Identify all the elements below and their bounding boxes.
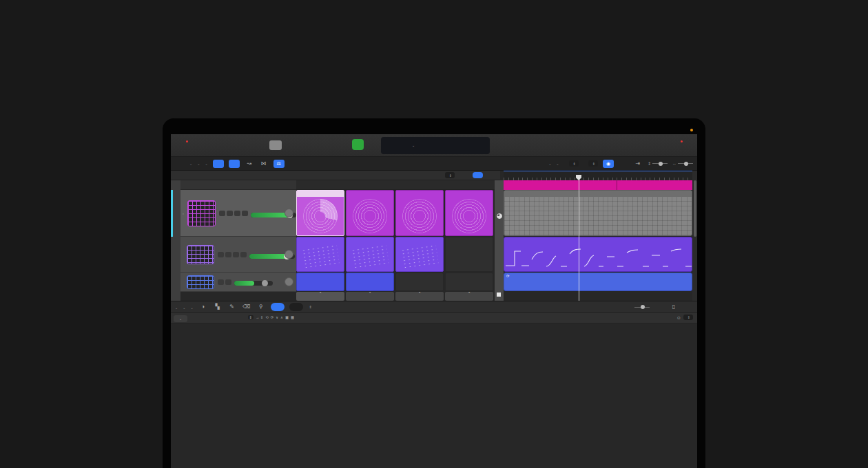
arrows-button[interactable] <box>473 172 483 178</box>
seq-menu-funciones[interactable]: ⌄ <box>183 305 185 310</box>
loop-cell-trap-beat-2[interactable] <box>346 190 394 236</box>
solo-button[interactable] <box>225 252 231 257</box>
record-button[interactable] <box>367 140 378 150</box>
secondary-tool-menu[interactable]: ⌄ <box>556 161 559 166</box>
loop-cell-bass-c3[interactable] <box>395 237 444 272</box>
list-editors-icon[interactable] <box>649 141 659 149</box>
mode-stepper[interactable]: ⇕ <box>309 305 312 309</box>
record-enable-button[interactable] <box>233 252 239 257</box>
loop-cell-bass-c2[interactable] <box>346 237 394 272</box>
loop-length-icon[interactable]: ⊙ <box>677 315 681 320</box>
kit-view-icon[interactable]: ▚ <box>213 303 223 311</box>
rate-select[interactable]: ⇕ <box>248 315 254 319</box>
empty-loop-cell[interactable] <box>395 273 444 291</box>
track-header-computations-topper[interactable] <box>180 273 296 292</box>
stop-button[interactable] <box>338 140 349 150</box>
seq-menu-visualizacion[interactable]: ⌄ <box>190 305 193 310</box>
scene-trigger-hook[interactable]: ⌃ <box>395 292 444 301</box>
link-icon[interactable]: ⚲ <box>256 303 266 311</box>
cycle-pie-icon[interactable] <box>497 213 502 219</box>
volume-meter[interactable] <box>234 281 273 286</box>
midi-in-button[interactable]: ◉ <box>603 160 614 168</box>
display-record-icon[interactable] <box>178 141 187 149</box>
arrange-scrollbar[interactable] <box>692 171 697 301</box>
fill-icon[interactable]: ▣ <box>285 315 289 319</box>
pointer-tool-menu[interactable]: ⌄ <box>548 161 551 166</box>
help-icon[interactable] <box>205 141 215 149</box>
metronome-button[interactable] <box>543 141 552 149</box>
pan-knob[interactable] <box>285 250 293 259</box>
cell-view-icon[interactable] <box>364 171 374 180</box>
narrow-view-icon[interactable]: ▯ <box>669 303 679 311</box>
menu-edicion[interactable]: ⌄ <box>189 161 192 166</box>
seq-menu-edicion[interactable]: ⌄ <box>175 305 178 310</box>
stop-all-icon[interactable] <box>497 292 501 297</box>
loop-cell-topper-2[interactable] <box>346 273 394 291</box>
brightness-icon[interactable] <box>241 140 254 150</box>
nudge-icon[interactable] <box>255 140 267 150</box>
chord-track-header[interactable] <box>171 180 296 190</box>
scene-trigger-breakdown[interactable]: ⌃ <box>445 292 493 301</box>
catch-playhead-button[interactable]: ⇥ <box>633 160 643 168</box>
grid-view-button[interactable] <box>213 160 224 168</box>
loop-cell-trap-beat-3[interactable] <box>395 190 444 236</box>
lcd-display[interactable]: ⌄ <box>381 137 490 154</box>
performance-button[interactable]: ⚖ <box>273 160 285 168</box>
ajuste-select[interactable]: ⇕ <box>569 160 579 167</box>
edit-mode-velocity[interactable] <box>289 303 303 311</box>
menu-funciones[interactable]: ⌄ <box>197 161 200 166</box>
arrastre-select[interactable]: ⇕ <box>588 160 598 167</box>
decrement-icon[interactable]: ∨ <box>276 315 278 319</box>
pan-knob[interactable] <box>285 209 293 217</box>
capture-icon[interactable] <box>192 141 201 149</box>
add-row-button[interactable]: ⌄ <box>174 315 187 322</box>
region-computations-topper[interactable]: ⟳ <box>504 273 692 291</box>
loop-cell-trap-beat-4[interactable] <box>445 190 493 236</box>
vertical-zoom-slider[interactable]: ⇕ <box>648 161 668 166</box>
clear-icon[interactable]: ▦ <box>291 315 294 319</box>
region-trap-beat[interactable] <box>504 190 692 236</box>
record-enable-button[interactable] <box>234 211 240 216</box>
playmode-select[interactable]: → ⇕ <box>256 315 263 319</box>
automation-icon[interactable]: ↝ <box>245 160 254 168</box>
h-arrows-icon[interactable] <box>654 303 664 311</box>
eye-icon[interactable] <box>487 171 497 180</box>
eraser-mode-icon[interactable]: ⌫ <box>242 303 251 311</box>
mute-button[interactable] <box>218 279 224 285</box>
back-icon[interactable] <box>175 160 185 168</box>
scrollbar-thumb[interactable] <box>694 180 696 237</box>
grid-arrange-divider[interactable] <box>495 180 504 301</box>
tracks-view-button[interactable] <box>229 160 240 168</box>
wide-view-icon[interactable] <box>683 303 693 311</box>
solo-button[interactable] <box>227 211 233 216</box>
loop-region-icon[interactable]: ⋈ <box>259 160 269 168</box>
pencil-mode-icon[interactable]: ✎ <box>227 303 237 311</box>
horizontal-zoom-slider[interactable]: ⇔ <box>672 162 693 166</box>
rewind-button[interactable] <box>311 140 321 150</box>
empty-loop-cell[interactable] <box>445 273 493 291</box>
scene-trigger-verse[interactable]: ⌃ <box>346 292 394 301</box>
duplicate-icon[interactable] <box>188 171 198 180</box>
play-button[interactable] <box>352 139 364 150</box>
menu-visualizacion[interactable]: ⌄ <box>205 161 207 166</box>
quantize-select[interactable]: ⇕ <box>445 172 455 178</box>
loop-cell-topper-1[interactable] <box>296 273 344 291</box>
text-tool-button[interactable] <box>619 160 628 168</box>
seq-zoom-slider[interactable] <box>634 307 650 308</box>
loop-cell-bass-c1[interactable] <box>296 237 344 272</box>
pan-knob[interactable] <box>285 277 293 286</box>
library-icon[interactable] <box>661 141 670 149</box>
forward-button[interactable] <box>324 140 335 150</box>
box-icon[interactable] <box>505 141 515 149</box>
bar-ruler[interactable] <box>504 171 692 180</box>
add-track-icon[interactable] <box>174 171 184 180</box>
inspector-icon[interactable] <box>219 141 229 149</box>
rotate-right-icon[interactable]: ⟳ <box>271 315 273 319</box>
cell-grid-icon[interactable] <box>378 171 388 180</box>
loop-cell-trap-beat-1[interactable] <box>296 190 344 236</box>
increment-icon[interactable]: ∧ <box>280 315 283 319</box>
disclosure-icon[interactable]: › <box>183 211 184 215</box>
input-monitor-button[interactable] <box>242 211 248 216</box>
half-circle-icon[interactable] <box>459 171 468 180</box>
lcd-key[interactable]: ⌄ <box>409 138 417 153</box>
